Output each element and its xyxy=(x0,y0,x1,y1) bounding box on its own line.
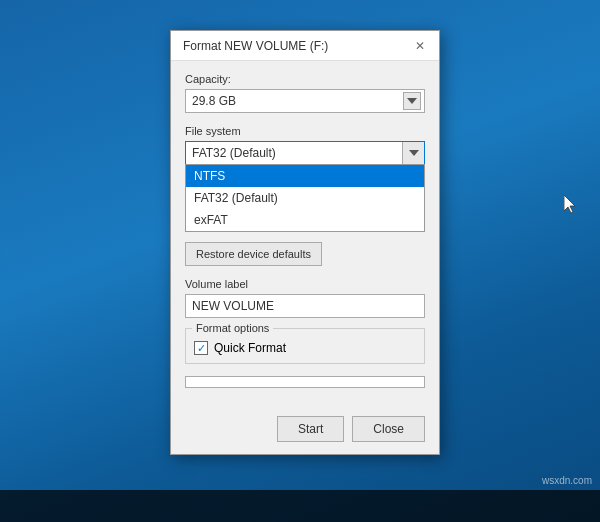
taskbar xyxy=(0,490,600,522)
title-bar: Format NEW VOLUME (F:) ✕ xyxy=(171,31,439,61)
filesystem-option-exfat[interactable]: exFAT xyxy=(186,209,424,231)
start-button[interactable]: Start xyxy=(277,416,344,442)
close-dialog-button[interactable]: Close xyxy=(352,416,425,442)
capacity-dropdown[interactable]: 29.8 GB xyxy=(185,89,425,113)
title-controls: ✕ xyxy=(409,35,431,57)
quick-format-row: ✓ Quick Format xyxy=(194,341,416,355)
volume-section: Volume label xyxy=(185,278,425,318)
format-dialog: Format NEW VOLUME (F:) ✕ Capacity: 29.8 … xyxy=(170,30,440,455)
dialog-buttons: Start Close xyxy=(171,416,439,454)
filesystem-value: FAT32 (Default) xyxy=(192,146,276,160)
filesystem-dropdown-list: NTFS FAT32 (Default) exFAT xyxy=(185,164,425,232)
progress-bar xyxy=(185,376,425,388)
quick-format-checkbox[interactable]: ✓ xyxy=(194,341,208,355)
filesystem-arrow xyxy=(402,142,424,164)
capacity-value: 29.8 GB xyxy=(192,94,236,108)
volume-label-label: Volume label xyxy=(185,278,425,290)
restore-defaults-button[interactable]: Restore device defaults xyxy=(185,242,322,266)
capacity-label: Capacity: xyxy=(185,73,425,85)
quick-format-label: Quick Format xyxy=(214,341,286,355)
format-options-legend: Format options xyxy=(192,323,273,334)
volume-label-input[interactable] xyxy=(185,294,425,318)
filesystem-label: File system xyxy=(185,125,425,137)
progress-bar-wrap xyxy=(185,376,425,388)
filesystem-select[interactable]: FAT32 (Default) xyxy=(185,141,425,165)
filesystem-option-ntfs[interactable]: NTFS xyxy=(186,165,424,187)
dialog-body: Capacity: 29.8 GB File system FAT32 (Def… xyxy=(171,61,439,416)
format-options-section: Format options ✓ Quick Format xyxy=(185,328,425,364)
mouse-cursor-icon xyxy=(564,195,578,218)
close-button[interactable]: ✕ xyxy=(409,35,431,57)
filesystem-dropdown-container: FAT32 (Default) NTFS FAT32 (Default) exF… xyxy=(185,141,425,232)
desktop: Format NEW VOLUME (F:) ✕ Capacity: 29.8 … xyxy=(0,0,600,522)
filesystem-option-fat32[interactable]: FAT32 (Default) xyxy=(186,187,424,209)
watermark: wsxdn.com xyxy=(542,475,592,486)
restore-btn-wrap: Restore device defaults xyxy=(185,242,425,266)
capacity-wrapper: 29.8 GB xyxy=(185,89,425,113)
dialog-title: Format NEW VOLUME (F:) xyxy=(183,39,328,53)
